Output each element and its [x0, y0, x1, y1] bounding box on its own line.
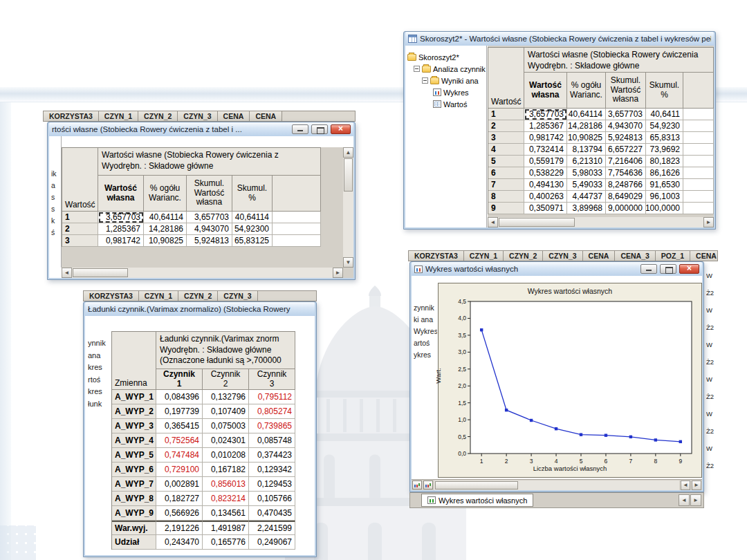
close-button[interactable]: [679, 264, 699, 274]
minimize-button[interactable]: [292, 124, 308, 134]
tree-item-results[interactable]: Wyniki ana: [405, 75, 486, 86]
table-cell[interactable]: 0,805274: [249, 404, 295, 419]
row-label[interactable]: A_WYP_3: [112, 419, 156, 433]
table-cell[interactable]: 3,89968: [567, 203, 606, 214]
row-label[interactable]: 3: [62, 235, 98, 247]
row-label[interactable]: 6: [488, 167, 524, 179]
row-label[interactable]: A_WYP_5: [112, 448, 156, 463]
table-cell[interactable]: 96,1003: [646, 191, 683, 203]
spreadsheet-column-header[interactable]: CZYN_3: [543, 251, 582, 261]
row-label[interactable]: A_WYP_4: [112, 433, 156, 448]
table-cell[interactable]: 6,21310: [567, 156, 606, 167]
table-cell[interactable]: 0,795112: [249, 390, 295, 404]
table-cell[interactable]: 40,64114: [144, 212, 187, 223]
maximize-button[interactable]: [660, 264, 676, 274]
table-cell[interactable]: 0,823214: [203, 492, 249, 506]
horizontal-scrollbar[interactable]: [434, 480, 679, 490]
row-label[interactable]: 4: [488, 144, 524, 156]
spreadsheet-column-header[interactable]: CZYN_2: [138, 111, 178, 121]
table-cell[interactable]: 0,538229: [524, 167, 567, 179]
table-cell[interactable]: 6,657227: [606, 144, 646, 156]
column-header[interactable]: Skumul. %: [232, 176, 273, 212]
column-header[interactable]: Skumul. Wartość własna: [187, 176, 232, 212]
table-cell[interactable]: 8,13794: [567, 144, 606, 156]
spreadsheet-column-header[interactable]: CENA: [218, 111, 250, 121]
table-cell[interactable]: 7,754636: [606, 167, 646, 179]
table-cell[interactable]: 40,6411: [646, 109, 683, 120]
scrollbar-thumb[interactable]: [344, 158, 353, 192]
scrollbar-thumb[interactable]: [435, 481, 518, 489]
table-cell[interactable]: 0,752564: [156, 433, 203, 448]
tab-scree-plot[interactable]: Wykres wartości własnych: [421, 494, 533, 507]
factor-loadings-window-titlebar[interactable]: Ładunki czynnik.(Varimax znormalizo) (St…: [85, 302, 315, 316]
table-cell[interactable]: 0,129453: [249, 477, 295, 492]
scrollbar-thumb[interactable]: [73, 268, 128, 277]
scrollbar-thumb[interactable]: [499, 218, 575, 227]
workbook-window-titlebar[interactable]: Skoroszyt2* - Wartości własne (Stobiecka…: [405, 32, 714, 46]
scroll-up-button[interactable]: [343, 147, 353, 158]
spreadsheet-column-header[interactable]: CENA: [583, 251, 616, 261]
spreadsheet-column-header[interactable]: CENA_3: [615, 251, 655, 261]
table-cell[interactable]: 0,165776: [203, 535, 249, 550]
table-cell[interactable]: 0,197739: [156, 404, 203, 419]
scroll-left-button[interactable]: [62, 268, 72, 278]
table-cell[interactable]: 0,243470: [156, 535, 203, 550]
table-cell[interactable]: 0,470435: [249, 506, 295, 521]
row-label[interactable]: 1: [488, 109, 524, 120]
scroll-left-button[interactable]: [488, 217, 498, 227]
table-cell[interactable]: 0,249067: [249, 535, 295, 550]
table-cell[interactable]: 40,64114: [567, 109, 606, 120]
chart-options-icon[interactable]: [423, 480, 433, 489]
table-cell[interactable]: 8,649029: [606, 191, 646, 203]
table-cell[interactable]: 0,566926: [156, 506, 203, 521]
table-cell[interactable]: 0,182727: [156, 492, 203, 506]
table-cell[interactable]: 2,191226: [156, 521, 203, 535]
table-cell[interactable]: 3,657703: [524, 109, 567, 120]
column-header[interactable]: Wartość własna: [524, 73, 567, 109]
table-cell[interactable]: 80,1823: [646, 156, 683, 167]
table-cell[interactable]: 54,92300: [232, 223, 273, 235]
column-header[interactable]: Czynnik 2: [203, 369, 249, 390]
table-cell[interactable]: 65,8313: [646, 132, 683, 144]
table-cell[interactable]: 9,000000: [606, 203, 646, 214]
table-cell[interactable]: 91,6530: [646, 179, 683, 191]
row-label[interactable]: A_WYP_9: [112, 506, 156, 521]
table-cell[interactable]: 73,9692: [646, 144, 683, 156]
table-cell[interactable]: 2,241599: [249, 521, 295, 535]
table-cell[interactable]: 0,084396: [156, 390, 203, 404]
table-cell[interactable]: 4,943070: [187, 223, 232, 235]
table-cell[interactable]: 0,167182: [203, 463, 249, 477]
table-cell[interactable]: 0,559179: [524, 156, 567, 167]
table-cell[interactable]: 1,491987: [203, 521, 249, 535]
scroll-left-button[interactable]: [681, 480, 690, 490]
row-label[interactable]: 2: [62, 223, 98, 235]
tree-item-chart[interactable]: Wykres: [405, 86, 486, 98]
spreadsheet-column-header[interactable]: CZYN_3: [178, 111, 217, 121]
table-cell[interactable]: 1,285367: [98, 223, 144, 235]
spreadsheet-column-header[interactable]: CZYN_1: [139, 291, 178, 301]
table-cell[interactable]: 7,216406: [606, 156, 646, 167]
table-cell[interactable]: 5,98033: [567, 167, 606, 179]
collapse-expander-icon[interactable]: [414, 66, 420, 72]
table-cell[interactable]: 0,739865: [249, 419, 295, 433]
table-cell[interactable]: 0,107409: [203, 404, 249, 419]
table-cell[interactable]: 0,856013: [203, 477, 249, 492]
row-label[interactable]: A_WYP_8: [112, 492, 156, 506]
row-label[interactable]: Udział: [112, 535, 156, 550]
table-cell[interactable]: 0,494130: [524, 179, 567, 191]
column-header[interactable]: Wartość własna: [98, 176, 144, 212]
maximize-button[interactable]: [311, 124, 328, 134]
table-cell[interactable]: 8,248766: [606, 179, 646, 191]
spreadsheet-column-header[interactable]: CZYN_1: [464, 251, 504, 261]
table-cell[interactable]: 40,64114: [232, 212, 273, 223]
collapse-expander-icon[interactable]: [422, 77, 428, 84]
table-cell[interactable]: 4,44737: [567, 191, 606, 203]
table-cell[interactable]: 5,49033: [567, 179, 606, 191]
vertical-scrollbar[interactable]: [343, 147, 353, 268]
table-cell[interactable]: 100,0000: [646, 203, 683, 214]
row-label[interactable]: 7: [488, 179, 524, 191]
table-cell[interactable]: 10,90825: [567, 132, 606, 144]
tab-scroll-left-button[interactable]: [679, 494, 690, 506]
tree-item-workbook[interactable]: Skoroszyt2*: [405, 51, 486, 63]
row-label[interactable]: 5: [488, 156, 524, 167]
